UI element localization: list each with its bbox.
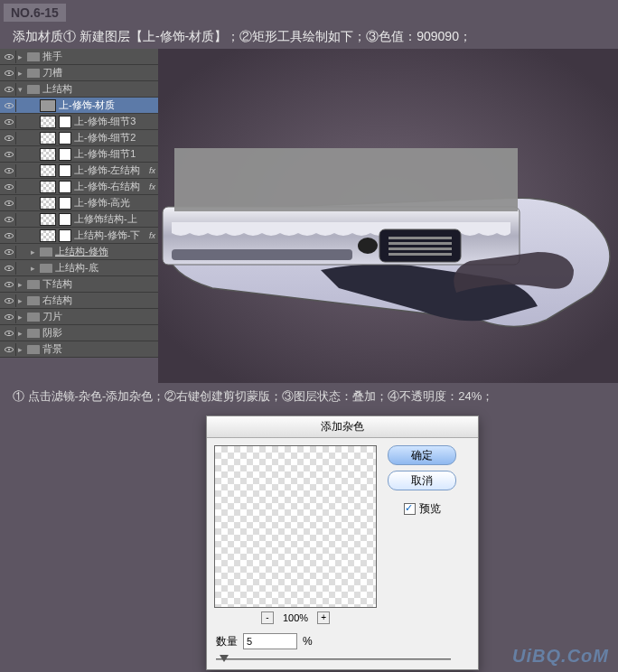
layer-thumbnail	[40, 148, 56, 161]
fx-badge[interactable]: fx	[149, 231, 158, 240]
layer-mask-thumbnail	[59, 148, 71, 161]
chevron-right-icon[interactable]: ▸	[31, 264, 40, 273]
visibility-toggle[interactable]	[2, 164, 16, 177]
layer-folder[interactable]: ▸上结构-修饰	[0, 244, 158, 260]
amount-slider[interactable]	[216, 658, 451, 662]
layer-folder[interactable]: ▸推手	[0, 49, 158, 65]
folder-icon	[27, 345, 40, 354]
visibility-toggle[interactable]	[2, 148, 16, 161]
layer-mask-thumbnail	[59, 116, 71, 128]
folder-icon	[27, 329, 40, 338]
layer-label: 上-修饰-细节2	[74, 131, 158, 145]
visibility-toggle[interactable]	[2, 294, 16, 307]
chevron-right-icon[interactable]: ▸	[18, 329, 27, 338]
step-badge: NO.6-15	[4, 4, 66, 22]
eye-icon	[5, 266, 14, 271]
chevron-right-icon[interactable]: ▸	[18, 280, 27, 289]
folder-icon	[27, 69, 40, 78]
visibility-toggle[interactable]	[2, 67, 16, 79]
layer-folder[interactable]: ▸上结构-底	[0, 260, 158, 276]
layer-folder[interactable]: ▸背景	[0, 341, 158, 358]
layer-item[interactable]: 上-修饰-细节1	[0, 146, 158, 163]
layer-thumbnail	[40, 99, 56, 112]
layer-folder[interactable]: ▸刀槽	[0, 65, 158, 81]
eye-icon	[5, 347, 14, 352]
layer-item[interactable]: 上-修饰-细节2	[0, 130, 158, 146]
eye-icon	[5, 135, 14, 141]
layer-mask-thumbnail	[59, 197, 71, 210]
visibility-toggle[interactable]	[2, 343, 16, 356]
layer-label: 阴影	[42, 326, 158, 340]
svg-rect-8	[172, 249, 352, 260]
fx-badge[interactable]: fx	[149, 182, 158, 191]
ok-button[interactable]: 确定	[388, 445, 456, 465]
chevron-right-icon[interactable]: ▸	[18, 69, 27, 78]
layer-folder[interactable]: ▸下结构	[0, 276, 158, 293]
layer-label: 右结构	[42, 294, 158, 307]
chevron-right-icon[interactable]: ▸	[18, 296, 27, 305]
layer-item[interactable]: 上修饰结构-上	[0, 211, 158, 228]
chevron-down-icon[interactable]: ▾	[18, 85, 27, 94]
layer-mask-thumbnail	[59, 164, 71, 177]
zoom-in-button[interactable]: +	[317, 611, 330, 624]
preview-checkbox[interactable]	[404, 503, 416, 515]
slider-thumb-icon[interactable]	[220, 655, 229, 662]
svg-rect-3	[389, 237, 452, 239]
svg-rect-6	[389, 253, 452, 256]
zoom-out-button[interactable]: -	[261, 611, 274, 624]
chevron-right-icon[interactable]: ▸	[18, 345, 27, 354]
visibility-toggle[interactable]	[2, 99, 16, 112]
dialog-title: 添加杂色	[207, 416, 478, 438]
layer-item[interactable]: 上-修饰-材质	[0, 98, 158, 114]
amount-input[interactable]	[243, 633, 297, 649]
chevron-right-icon[interactable]: ▸	[31, 247, 40, 257]
layer-folder[interactable]: ▸刀片	[0, 309, 158, 325]
cancel-button[interactable]: 取消	[388, 471, 456, 490]
visibility-toggle[interactable]	[2, 132, 16, 145]
fx-badge[interactable]: fx	[149, 166, 158, 175]
eye-icon	[5, 103, 14, 108]
visibility-toggle[interactable]	[2, 327, 16, 340]
layer-folder[interactable]: ▸阴影	[0, 325, 158, 341]
folder-icon	[40, 247, 52, 257]
chevron-right-icon[interactable]: ▸	[18, 313, 27, 322]
layer-folder[interactable]: ▸右结构	[0, 293, 158, 309]
visibility-toggle[interactable]	[2, 181, 16, 193]
visibility-toggle[interactable]	[2, 197, 16, 210]
layer-mask-thumbnail	[59, 213, 71, 226]
material-rect-overlay	[174, 148, 518, 211]
chevron-right-icon[interactable]: ▸	[18, 52, 27, 61]
amount-unit: %	[303, 635, 313, 648]
visibility-toggle[interactable]	[2, 83, 16, 96]
layer-item[interactable]: 上结构-修饰-下fx	[0, 228, 158, 244]
layer-item[interactable]: 上-修饰-高光	[0, 195, 158, 211]
layer-thumbnail	[40, 197, 56, 210]
noise-preview	[214, 445, 377, 608]
visibility-toggle[interactable]	[2, 213, 16, 226]
eye-icon	[5, 217, 14, 222]
layer-label: 上-修饰-细节1	[74, 147, 158, 161]
layer-label: 上-修饰-细节3	[74, 115, 158, 128]
eye-icon	[5, 201, 14, 206]
svg-rect-2	[379, 229, 461, 262]
layer-item[interactable]: 上-修饰-右结构fx	[0, 179, 158, 195]
layer-item[interactable]: 上-修饰-细节3	[0, 114, 158, 130]
visibility-toggle[interactable]	[2, 116, 16, 128]
visibility-toggle[interactable]	[2, 262, 16, 275]
layer-item[interactable]: 上-修饰-左结构fx	[0, 163, 158, 179]
visibility-toggle[interactable]	[2, 246, 16, 258]
layer-folder[interactable]: ▾上结构	[0, 81, 158, 98]
visibility-toggle[interactable]	[2, 311, 16, 323]
amount-label: 数量	[216, 634, 238, 649]
zoom-percent: 100%	[283, 612, 308, 623]
visibility-toggle[interactable]	[2, 229, 16, 242]
svg-rect-5	[389, 247, 452, 250]
layer-label: 上-修饰-材质	[59, 98, 158, 112]
visibility-toggle[interactable]	[2, 278, 16, 291]
eye-icon	[5, 282, 14, 287]
eye-icon	[5, 152, 14, 157]
eye-icon	[5, 54, 14, 60]
eye-icon	[5, 298, 14, 303]
visibility-toggle[interactable]	[2, 51, 16, 63]
eye-icon	[5, 184, 14, 190]
